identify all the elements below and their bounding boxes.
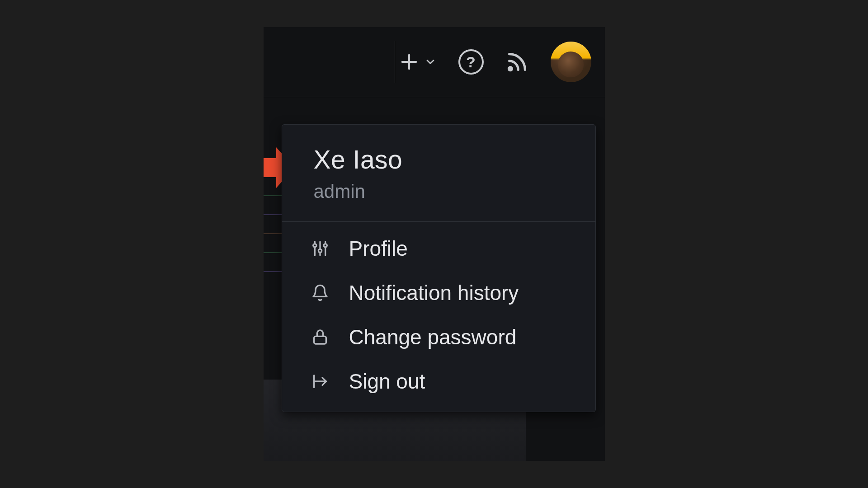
question-icon: ? bbox=[466, 53, 476, 71]
chevron-down-icon bbox=[424, 56, 437, 68]
sliders-icon bbox=[309, 238, 331, 259]
user-dropdown: Xe Iaso admin Profile Notification histo… bbox=[282, 124, 596, 412]
menu-item-profile[interactable]: Profile bbox=[282, 226, 595, 271]
plus-icon bbox=[399, 52, 420, 72]
svg-point-4 bbox=[313, 244, 316, 247]
menu-item-sign-out[interactable]: Sign out bbox=[282, 359, 595, 404]
svg-point-8 bbox=[324, 244, 327, 247]
topbar: ? bbox=[264, 27, 605, 97]
rss-button[interactable] bbox=[505, 50, 529, 74]
user-role: admin bbox=[314, 181, 564, 202]
app-frame: ? Xe Iaso admin Profile bbox=[264, 27, 605, 461]
create-new-button[interactable] bbox=[399, 52, 437, 72]
svg-rect-9 bbox=[314, 336, 326, 344]
menu-item-label: Notification history bbox=[349, 281, 519, 305]
menu-item-label: Sign out bbox=[349, 369, 425, 394]
user-info: Xe Iaso admin bbox=[282, 125, 595, 222]
svg-point-6 bbox=[318, 249, 321, 252]
menu-item-label: Change password bbox=[349, 325, 517, 349]
bell-icon bbox=[309, 282, 331, 304]
signout-icon bbox=[309, 371, 331, 392]
svg-point-2 bbox=[509, 67, 512, 70]
menu-item-label: Profile bbox=[349, 236, 408, 261]
menu-item-change-password[interactable]: Change password bbox=[282, 315, 595, 359]
menu-item-notification-history[interactable]: Notification history bbox=[282, 271, 595, 315]
lock-icon bbox=[309, 326, 331, 348]
help-button[interactable]: ? bbox=[458, 49, 484, 75]
user-display-name: Xe Iaso bbox=[314, 145, 564, 174]
background-stripes bbox=[264, 176, 283, 461]
topbar-divider bbox=[395, 41, 395, 83]
avatar[interactable] bbox=[551, 42, 591, 82]
